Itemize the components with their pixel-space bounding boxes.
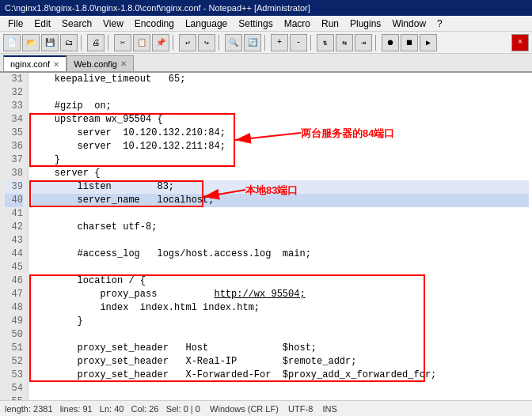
line-number-38: 38 [5,167,23,180]
save-all-button[interactable]: 🗂 [60,34,78,51]
line-number-45: 45 [5,261,23,274]
save-button[interactable]: 💾 [41,34,59,51]
tab-nginx-conf-close[interactable]: ✕ [53,60,59,69]
line-number-35: 35 [5,127,23,140]
code-line-43 [32,234,529,248]
status-text: length: 2381 lines: 91 Ln: 40 Col: 26 Se… [5,404,337,414]
code-area[interactable]: keepalive_timeout 65; #gzip on; upstream… [28,73,532,400]
code-line-44: #access_log logs/host.access.log main; [32,248,529,261]
tab-nginx-conf-label: nginx.conf [10,59,50,69]
code-line-41 [32,207,529,221]
line-number-41: 41 [5,207,23,221]
code-line-42: charset utf-8; [32,221,529,234]
code-line-39: listen 83; [32,180,529,194]
menu-language[interactable]: Language [180,17,232,30]
tab-web-config-close[interactable]: ✕ [120,59,127,68]
toolbar-separator-3 [173,35,176,51]
close-all-button[interactable]: × [511,34,529,51]
paste-button[interactable]: 📌 [152,34,169,51]
code-line-38: server { [32,167,529,180]
code-line-45 [32,261,529,274]
replace-button[interactable]: 🔄 [244,34,261,51]
tab-web-config[interactable]: Web.config ✕ [66,55,134,71]
code-line-35: server 10.120.132.210:84; [32,127,529,140]
find-button[interactable]: 🔍 [225,34,242,51]
line-number-47: 47 [5,288,23,301]
line-number-55: 55 [5,395,23,400]
print-button[interactable]: 🖨 [87,34,104,51]
code-line-50 [32,328,529,342]
code-line-51: proxy_set_header Host $host; [32,342,529,355]
status-bar: length: 2381 lines: 91 Ln: 40 Col: 26 Se… [0,400,532,416]
sync-button[interactable]: ⇅ [317,34,334,51]
macro-rec-button[interactable]: ⏺ [382,34,399,51]
line-number-46: 46 [5,274,23,288]
line-number-34: 34 [5,113,23,127]
line-number-37: 37 [5,153,23,167]
code-line-37: } [32,153,529,167]
redo-button[interactable]: ↪ [198,34,215,51]
zoom-out-button[interactable]: - [290,34,307,51]
menu-help[interactable]: ? [432,17,447,30]
zoom-in-button[interactable]: + [271,34,288,51]
code-line-48: index index.html index.htm; [32,301,529,315]
line-number-50: 50 [5,328,23,342]
code-line-33: #gzip on; [32,100,529,113]
toolbar: 📄 📂 💾 🗂 🖨 ✂ 📋 📌 ↩ ↪ 🔍 🔄 + - ⇅ ⇆ ⇥ ⏺ ⏹ ▶ … [0,32,532,54]
code-line-53: proxy_set_header X-Forwarded-For $proxy_… [32,369,529,382]
line-number-32: 32 [5,86,23,100]
wrap-button[interactable]: ⇆ [336,34,353,51]
line-number-40: 40 [5,194,23,207]
code-line-55 [32,395,529,400]
tab-bar: nginx.conf ✕ Web.config ✕ [0,54,532,73]
line-number-44: 44 [5,248,23,261]
code-line-34: upstream wx_95504 { [32,113,529,127]
cut-button[interactable]: ✂ [114,34,131,51]
code-line-49: } [32,315,529,328]
line-number-54: 54 [5,382,23,395]
line-number-51: 51 [5,342,23,355]
code-line-40: server_name localhost; [32,194,529,207]
indent-button[interactable]: ⇥ [355,34,372,51]
line-number-43: 43 [5,234,23,248]
toolbar-separator-2 [108,35,111,51]
line-number-48: 48 [5,301,23,315]
toolbar-separator-6 [310,35,314,51]
tab-web-config-label: Web.config [74,59,117,69]
menu-macro[interactable]: Macro [279,17,315,30]
macro-play-button[interactable]: ▶ [420,34,437,51]
tab-nginx-conf[interactable]: nginx.conf ✕ [3,55,66,71]
toolbar-separator-5 [264,35,268,51]
menu-encoding[interactable]: Encoding [130,17,179,30]
code-line-36: server 10.120.132.211:84; [32,140,529,153]
menu-plugins[interactable]: Plugins [345,17,386,30]
code-line-52: proxy_set_header X-Real-IP $remote_addr; [32,355,529,369]
open-button[interactable]: 📂 [22,34,40,51]
menu-file[interactable]: File [3,17,28,30]
line-number-39: 39 [5,180,23,194]
editor: 3132333435363738394041424344454647484950… [0,73,532,400]
code-line-54 [32,382,529,395]
line-number-31: 31 [5,73,23,86]
line-number-33: 33 [5,100,23,113]
title-bar: C:\nginx1.8\nginx-1.8.0\nginx-1.8.0\conf… [0,0,532,16]
menu-window[interactable]: Window [387,17,431,30]
menu-search[interactable]: Search [57,17,97,30]
line-number-36: 36 [5,140,23,153]
macro-stop-button[interactable]: ⏹ [401,34,418,51]
code-line-32 [32,86,529,100]
new-button[interactable]: 📄 [3,34,21,51]
menu-run[interactable]: Run [317,17,344,30]
line-number-49: 49 [5,315,23,328]
menu-edit[interactable]: Edit [29,17,55,30]
line-number-53: 53 [5,369,23,382]
undo-button[interactable]: ↩ [179,34,196,51]
toolbar-separator-4 [218,35,222,51]
toolbar-separator-7 [375,35,378,51]
title-text: C:\nginx1.8\nginx-1.8.0\nginx-1.8.0\conf… [5,3,310,13]
line-number-42: 42 [5,221,23,234]
copy-button[interactable]: 📋 [133,34,150,51]
menu-view[interactable]: View [98,17,128,30]
menu-settings[interactable]: Settings [234,17,277,30]
line-number-52: 52 [5,355,23,369]
